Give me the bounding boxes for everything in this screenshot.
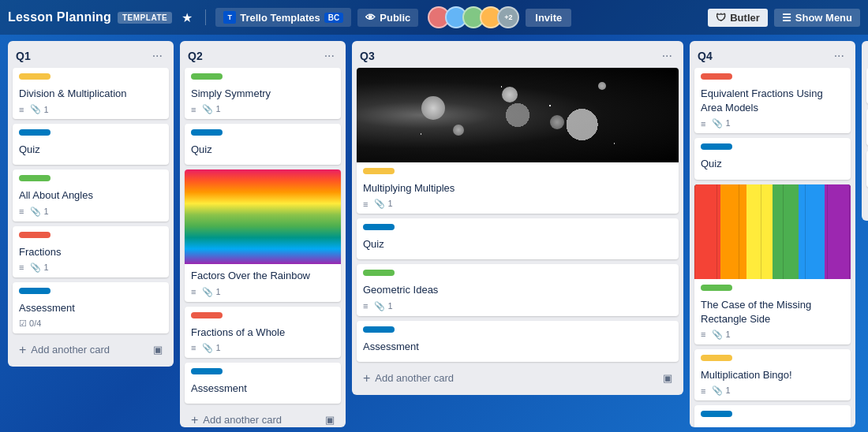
card-meta: ≡ 📎 1	[191, 343, 335, 353]
add-card-q2[interactable]: + Add another card ▣	[185, 408, 341, 427]
card-title: All About Angles	[19, 188, 163, 203]
card-title: Geometric Ideas	[363, 283, 672, 297]
description-icon: ≡	[363, 199, 368, 209]
card-assessment-2[interactable]: Assessment	[185, 363, 341, 404]
card-space[interactable]: Multiplying Multiples ≡ 📎 1	[357, 68, 679, 214]
trello-icon: T	[223, 11, 236, 24]
card-title: Asssement	[701, 424, 844, 427]
card-meta: ≡ 📎 1	[701, 330, 844, 340]
card-quiz-1[interactable]: Quiz	[13, 124, 169, 165]
card-missing-rect[interactable]: The Case of the Missing Rectangle Side ≡…	[694, 184, 851, 344]
card-title: Equivalent Fractions Using Area Models	[701, 87, 844, 115]
card-meta: ≡ 📎 1	[701, 118, 844, 128]
card-title: Multiplication Bingo!	[701, 368, 844, 382]
card-cover-space	[357, 68, 679, 162]
card-title: Assessment	[191, 382, 335, 396]
topbar: Lesson Planning TEMPLATE ★ T Trello Temp…	[0, 0, 868, 35]
visibility-button[interactable]: 👁 Public	[357, 9, 418, 27]
butler-label: Butler	[730, 12, 760, 24]
star-button[interactable]: ★	[178, 9, 196, 27]
card-assessment-3[interactable]: Assessment	[357, 321, 679, 362]
card-title: Quiz	[19, 143, 163, 157]
show-menu-button[interactable]: ☰ Show Menu	[774, 9, 860, 27]
plus-icon: +	[19, 343, 26, 357]
card-title: Simply Symmetry	[191, 87, 335, 101]
card-asssessment-4[interactable]: Asssement	[694, 405, 851, 427]
card-label	[19, 175, 51, 181]
cards-q1: Division & Multiplication ≡ 📎 1 Quiz All…	[8, 68, 174, 333]
card-meta: ≡ 📎 1	[191, 287, 335, 297]
card-label	[701, 355, 732, 361]
card-label	[19, 73, 51, 80]
attachment-icon: 📎 1	[202, 287, 220, 297]
description-icon: ≡	[19, 207, 24, 216]
checklist-icon: ☑ 0/4	[19, 318, 41, 329]
card-label	[191, 73, 223, 80]
card-label	[19, 232, 51, 238]
card-quiz-2[interactable]: Quiz	[185, 124, 341, 165]
add-card-label: Add another card	[375, 372, 454, 384]
separator	[205, 9, 206, 25]
card-title: Assessment	[19, 301, 163, 315]
column-header-q4: Q4 ···	[690, 41, 855, 68]
column-q2: Q2 ··· Simply Symmetry ≡ 📎 1 Quiz Fact	[180, 41, 346, 427]
shield-icon: 🛡	[716, 12, 726, 24]
card-label	[19, 288, 51, 294]
card-cover-rainbow	[185, 169, 341, 264]
column-header-q3: Q3 ···	[352, 41, 683, 68]
card-title: Fractions of a Whole	[191, 326, 335, 340]
card-title: Quiz	[363, 237, 672, 251]
board: Q1 ··· Division & Multiplication ≡ 📎 1 Q…	[0, 35, 868, 432]
attachment-icon: 📎 1	[712, 385, 730, 396]
card-fractions[interactable]: Fractions ≡ 📎 1	[13, 226, 169, 277]
card-simply-symmetry[interactable]: Simply Symmetry ≡ 📎 1	[185, 68, 341, 119]
cards-resources: Lesson plan credit ≡ Sub plans for 4th g…	[862, 68, 868, 188]
attachment-icon: 📎 1	[374, 301, 392, 311]
column-q3: Q3 ··· Multiplying Multiples ≡ 📎 1	[352, 41, 683, 395]
add-card-q3[interactable]: + Add another card ▣	[357, 367, 679, 390]
card-mult-bingo[interactable]: Multiplication Bingo! ≡ 📎 1	[694, 349, 851, 400]
card-equiv-fractions[interactable]: Equivalent Fractions Using Area Models ≡…	[694, 68, 851, 133]
card-label	[701, 285, 732, 291]
column-menu-q4[interactable]: ···	[831, 47, 847, 65]
plus-icon: +	[363, 371, 370, 385]
column-menu-q3[interactable]: ···	[659, 47, 675, 65]
card-div-mult[interactable]: Division & Multiplication ≡ 📎 1	[13, 68, 169, 119]
description-icon: ≡	[701, 119, 705, 128]
eye-icon: 👁	[365, 12, 376, 24]
attachment-icon: 📎 1	[712, 118, 730, 128]
cards-q4: Equivalent Fractions Using Area Models ≡…	[690, 68, 855, 427]
cards-q2: Simply Symmetry ≡ 📎 1 Quiz Factors Over …	[180, 68, 346, 404]
description-icon: ≡	[191, 343, 196, 352]
card-template-icon: ▣	[153, 344, 163, 356]
card-quiz-3[interactable]: Quiz	[357, 218, 679, 259]
avatar[interactable]: +2	[497, 6, 519, 28]
card-label	[363, 168, 395, 174]
card-label	[191, 312, 223, 318]
column-menu-q1[interactable]: ···	[149, 47, 166, 65]
butler-button[interactable]: 🛡 Butler	[708, 9, 768, 27]
column-title-q3: Q3	[360, 50, 375, 62]
column-menu-q2[interactable]: ···	[321, 47, 338, 65]
column-title-q1: Q1	[16, 50, 31, 62]
card-label	[19, 129, 51, 136]
card-geometric-ideas[interactable]: Geometric Ideas ≡ 📎 1	[357, 264, 679, 315]
card-meta: ≡ 📎 1	[191, 104, 335, 114]
add-card-q1[interactable]: + Add another card ▣	[13, 338, 169, 362]
card-angles[interactable]: All About Angles ≡ 📎 1	[13, 169, 169, 221]
card-assessment-1[interactable]: Assessment ☑ 0/4	[13, 282, 169, 333]
column-q1: Q1 ··· Division & Multiplication ≡ 📎 1 Q…	[8, 41, 174, 367]
attachment-icon: 📎 1	[30, 207, 48, 217]
column-header-q1: Q1 ···	[8, 41, 174, 68]
add-card-label: Add another card	[31, 344, 110, 356]
card-factors-rainbow[interactable]: Factors Over the Rainbow ≡ 📎 1	[185, 169, 341, 301]
description-icon: ≡	[363, 301, 368, 311]
card-fractions-whole[interactable]: Fractions of a Whole ≡ 📎 1	[185, 307, 341, 358]
avatars-group: +2	[428, 6, 519, 28]
trello-templates-button[interactable]: T Trello Templates BC	[215, 8, 351, 27]
invite-button[interactable]: Invite	[526, 9, 571, 27]
card-title: Assessment	[363, 340, 672, 354]
attachment-icon: 📎 1	[202, 104, 220, 114]
card-quiz-4[interactable]: Quiz	[694, 138, 851, 179]
card-title: Division & Multiplication	[19, 87, 163, 101]
